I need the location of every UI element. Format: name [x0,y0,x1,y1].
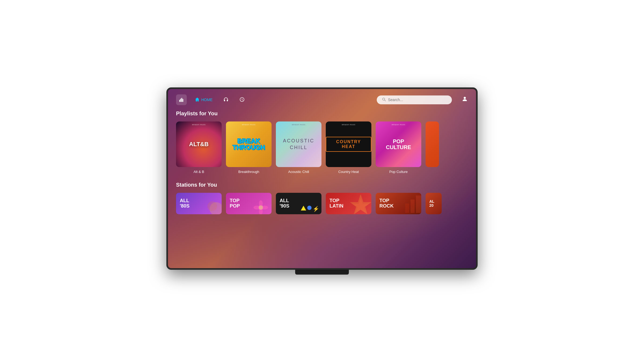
svg-point-4 [382,98,385,100]
svg-rect-2 [181,98,182,102]
station-all90s-text: ALL'90S [280,198,289,209]
stations-title: Stations for You [176,182,468,188]
playlist-label-breakthrough: Breakthrough [226,170,272,174]
playlists-row: amazon music ALT&B Alt & B amazon music … [176,121,468,174]
breakthrough-card-text: BREAKTHROUGH [232,138,265,151]
amazon-music-label-pc: amazon music [391,124,405,125]
amazon-music-label-ch: amazon music [342,124,355,125]
playlist-card-alt-b[interactable]: amazon music ALT&B Alt & B [176,121,222,174]
screen: HOME [168,89,476,268]
nav-bar: HOME [168,89,476,110]
playlist-thumb-alt-b: amazon music ALT&B [176,121,222,167]
playlist-label-acoustic: Acoustic Chill [276,170,321,174]
playlist-label-pop: Pop Culture [376,170,421,174]
station-all80s-text: ALL'80S [180,198,189,209]
station-top-rock[interactable]: TOPROCK [376,193,421,214]
main-content: Playlists for You amazon music ALT&B Alt… [168,110,476,214]
station-partial-text: AL20 [429,200,434,208]
playlist-card-country[interactable]: amazon music COUNTRY HEAT Country Heat [326,121,371,174]
playlists-title: Playlists for You [176,110,468,117]
playlist-card-pop[interactable]: amazon music POPCULTURE Pop Culture [376,121,421,174]
amazon-music-label-bt: amazon music [242,124,255,125]
tv-stand [295,270,349,275]
playlist-card-acoustic[interactable]: amazon music ACOUSTICCHILL Acoustic Chil… [276,121,321,174]
search-bar[interactable] [377,95,452,104]
station-toprock-deco [400,193,421,214]
home-label: HOME [201,98,213,102]
nav-item-headphones[interactable] [221,95,231,105]
station-toplatin-text: TOPLATIN [330,198,343,209]
svg-rect-3 [182,99,183,102]
station-top-latin[interactable]: TOPLATIN [326,193,371,214]
stations-section: Stations for You ALL'80S [176,182,468,214]
svg-point-6 [464,97,466,99]
alt-b-card-text: ALT&B [189,141,209,147]
country-card-text: COUNTRY HEAT [326,137,371,152]
headphones-icon [223,97,229,103]
playlist-card-breakthrough[interactable]: amazon music BREAKTHROUGH Breakthrough [226,121,272,174]
playlist-card-prog-partial [426,121,439,167]
amazon-music-label-alt-b: amazon music [192,124,206,125]
station-toppop-deco [253,200,269,214]
pop-card-text: POPCULTURE [386,138,411,150]
playlists-section: Playlists for You amazon music ALT&B Alt… [176,110,468,174]
station-partial: AL20 [426,193,442,214]
logo-icon[interactable] [176,94,187,105]
amazon-music-label-ac: amazon music [292,124,305,125]
station-toprock-text: TOPROCK [379,198,394,209]
tv-wrapper: HOME [166,87,478,275]
station-top-pop[interactable]: TOPPOP [226,193,272,214]
playlist-thumb-breakthrough: amazon music BREAKTHROUGH [226,121,272,167]
user-avatar[interactable] [462,96,468,104]
svg-rect-18 [411,200,415,213]
playlist-label-alt-b: Alt & B [176,170,222,174]
playlist-thumb-country: amazon music COUNTRY HEAT [326,121,371,167]
stations-row: ALL'80S TOPPOP [176,193,468,214]
station-all90s-shapes: ⚡ [301,206,319,212]
station-all80s-deco [206,198,222,214]
station-all-90s[interactable]: ALL'90S ⚡ [276,193,321,214]
station-toplatin-deco [350,193,371,214]
svg-line-5 [385,100,386,101]
home-icon [195,97,200,103]
svg-rect-19 [416,195,421,213]
search-icon [382,98,386,102]
svg-point-14 [259,205,263,210]
nav-item-home[interactable]: HOME [192,95,215,104]
svg-rect-0 [179,100,180,102]
svg-rect-17 [405,204,409,213]
station-toppop-text: TOPPOP [230,198,240,209]
acoustic-card-text: ACOUSTICCHILL [283,138,314,151]
tv-frame: HOME [166,87,478,270]
history-icon [239,97,245,103]
search-input[interactable] [388,98,447,102]
playlist-thumb-acoustic: amazon music ACOUSTICCHILL [276,121,321,167]
playlist-label-country: Country Heat [326,170,371,174]
nav-item-history[interactable] [237,95,247,105]
station-all-80s[interactable]: ALL'80S [176,193,222,214]
svg-rect-1 [180,99,181,102]
svg-point-8 [207,201,217,211]
playlist-thumb-pop: amazon music POPCULTURE [376,121,421,167]
